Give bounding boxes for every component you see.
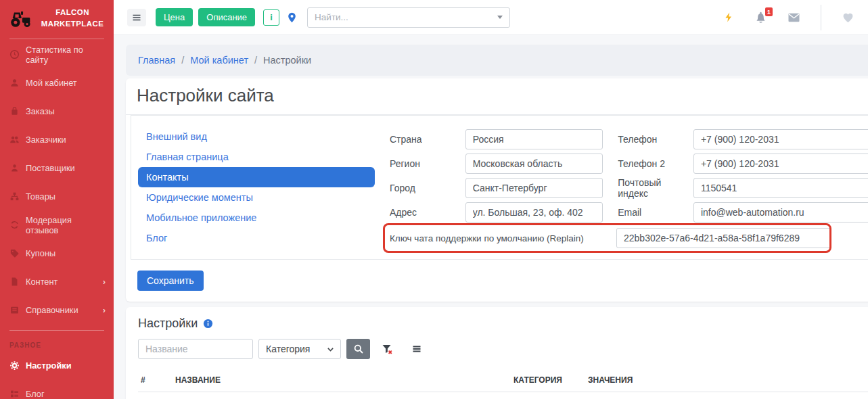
col-header-num: # (138, 369, 170, 392)
site-settings-card: Настройки сайта Внешний вид Главная стра… (126, 78, 868, 302)
sidebar-item-label: Статистика по сайту (26, 45, 106, 65)
sidebar-item-statistics[interactable]: Статистика по сайту (0, 41, 114, 69)
country-label: Страна (390, 134, 465, 145)
user-icon (9, 78, 20, 88)
section-title: Настройки (138, 316, 198, 331)
clear-filters-button[interactable] (375, 339, 399, 359)
sidebar-item-label: Настройки (26, 360, 72, 371)
notifications-bell-icon[interactable]: 1 (754, 11, 767, 24)
sidebar-item-products[interactable]: Товары (0, 183, 114, 211)
replain-key-row: Ключ чата поддержки по умолчанию (Replai… (390, 228, 868, 248)
topbar-actions: 1 (723, 5, 854, 30)
save-row: Сохранить (126, 260, 868, 302)
sidebar-section-misc: РАЗНОЕ (0, 332, 114, 352)
col-header-name: НАЗВАНИЕ (170, 369, 508, 392)
messages-envelope-icon[interactable] (787, 12, 800, 23)
breadcrumb-separator: / (181, 55, 184, 66)
tab-contacts[interactable]: Контакты (138, 167, 375, 187)
region-label: Регион (390, 158, 465, 169)
notification-badge: 1 (765, 7, 773, 16)
hamburger-icon (131, 12, 142, 23)
filter-name-input[interactable] (138, 339, 253, 359)
topbar: Цена Описание i 1 (114, 0, 868, 35)
country-input[interactable] (465, 129, 603, 149)
table-menu-button[interactable] (405, 339, 428, 359)
sidebar-item-coupons[interactable]: Купоны (0, 239, 114, 268)
tab-mobile-app[interactable]: Мобильное приложение (138, 208, 375, 228)
customers-icon (9, 135, 20, 145)
postcode-input[interactable] (693, 178, 868, 198)
phone2-input[interactable] (693, 154, 868, 174)
description-button[interactable]: Описание (198, 8, 255, 26)
tab-home-page[interactable]: Главная страница (138, 147, 375, 167)
app-root: FALCON MARKETPLACE Статистика по сайту М… (0, 0, 868, 399)
content: Главная / Мой кабинет / Настройки Настро… (114, 35, 868, 399)
favorites-heart-icon[interactable] (842, 11, 854, 24)
email-input[interactable] (693, 202, 868, 222)
sidebar-toggle-button[interactable] (127, 9, 146, 26)
chevron-down-icon (326, 345, 335, 354)
replain-key-input[interactable] (616, 228, 831, 248)
clock-icon (9, 49, 20, 60)
sidebar-item-label: Товары (26, 191, 55, 202)
topbar-divider (821, 5, 821, 30)
save-button[interactable]: Сохранить (137, 271, 204, 291)
breadcrumb: Главная / Мой кабинет / Настройки (126, 45, 868, 76)
tab-blog[interactable]: Блог (138, 228, 375, 248)
sidebar-item-content[interactable]: Контент › (0, 268, 114, 296)
lightning-icon[interactable] (723, 11, 734, 23)
sidebar-item-suppliers[interactable]: Поставщики (0, 154, 114, 183)
city-label: Город (390, 183, 465, 193)
tab-legal[interactable]: Юридические моменты (138, 187, 375, 208)
sidebar-item-my-cabinet[interactable]: Мой кабинет (0, 69, 114, 97)
chevron-right-icon: › (103, 305, 106, 315)
brand-line1: FALCON (55, 8, 89, 16)
brand-logo[interactable]: FALCON MARKETPLACE (0, 0, 114, 36)
category-select-value: Категория (266, 344, 310, 354)
location-pin-icon[interactable] (286, 11, 298, 24)
sidebar-item-blog[interactable]: Блог (0, 380, 114, 399)
tab-appearance[interactable]: Внешний вид (138, 126, 375, 147)
sidebar-item-label: Заказчики (26, 135, 66, 145)
breadcrumb-home-link[interactable]: Главная (138, 55, 175, 66)
table-filter-toolbar: Категория (138, 339, 868, 359)
city-input[interactable] (465, 178, 603, 198)
address-input[interactable] (465, 202, 603, 222)
orders-bag-icon (9, 106, 20, 116)
price-button[interactable]: Цена (156, 8, 193, 26)
email-label: Email (618, 207, 693, 218)
phone-input[interactable] (693, 129, 868, 149)
search-button[interactable] (346, 339, 370, 359)
content-file-icon (9, 277, 20, 287)
info-button[interactable]: i (263, 9, 279, 26)
sidebar-item-label: Заказы (26, 106, 55, 116)
breadcrumb-cabinet-link[interactable]: Мой кабинет (190, 55, 248, 66)
filter-clear-icon (382, 344, 393, 355)
filter-category-select[interactable]: Категория (258, 339, 341, 359)
info-circle-icon[interactable] (203, 319, 213, 329)
sidebar-divider (9, 39, 104, 39)
sidebar-item-settings[interactable]: Настройки (0, 352, 114, 380)
dropdown-caret-icon (497, 16, 503, 19)
col-header-category: КАТЕГОРИЯ (508, 369, 583, 392)
settings-table: # НАЗВАНИЕ КАТЕГОРИЯ ЗНАЧЕНИЯ 1 blogAuth… (138, 369, 868, 399)
sidebar-item-label: Блог (26, 389, 45, 399)
dictionary-icon (9, 305, 20, 315)
phone-label: Телефон (618, 134, 693, 145)
sidebar-item-dictionaries[interactable]: Справочники › (0, 296, 114, 325)
row-num: 1 (138, 392, 170, 399)
tractor-logo-icon (8, 8, 34, 28)
search-icon (353, 344, 364, 354)
region-input[interactable] (465, 154, 603, 174)
global-search-input[interactable] (315, 12, 493, 22)
sidebar-item-label: Модерация отзывов (26, 215, 106, 235)
page-title: Настройки сайта (126, 78, 868, 115)
settings-panel: Внешний вид Главная страница Контакты Юр… (131, 115, 868, 260)
list-menu-icon (411, 344, 422, 354)
global-search-combobox[interactable] (307, 7, 510, 28)
sidebar-item-customers[interactable]: Заказчики (0, 126, 114, 154)
sidebar-item-orders[interactable]: Заказы (0, 97, 114, 126)
sidebar-item-review-moderation[interactable]: Модерация отзывов (0, 211, 114, 239)
breadcrumb-separator: / (254, 55, 257, 66)
sidebar-item-label: Справочники (26, 305, 78, 315)
